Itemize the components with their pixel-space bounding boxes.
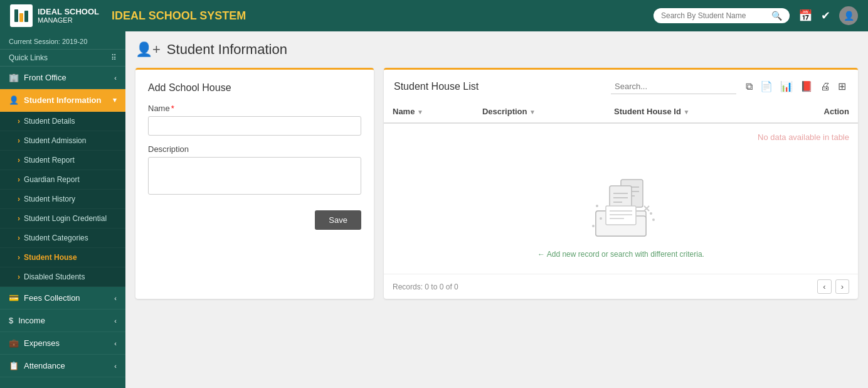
sidebar-item-label: Fees Collection — [24, 293, 80, 303]
main-layout: Current Session: 2019-20 Quick Links ⠿ 🏢… — [0, 31, 868, 388]
empty-state-cell: ← Add new record or search with differen… — [384, 151, 858, 274]
list-card-header: Student House List ⧉ 📄 📊 📕 🖨 ⊞ — [384, 70, 858, 100]
sidebar-item-income[interactable]: $ Income ‹ — [0, 310, 125, 332]
sidebar-item-label: Attendance — [24, 361, 65, 370]
front-office-icon: 🏢 — [9, 73, 19, 82]
disabled-students-label: Disabled Students — [24, 272, 85, 281]
empty-illustration — [583, 168, 659, 244]
sidebar-item-guardian-report[interactable]: Guardian Report — [0, 170, 125, 190]
content-row: Add School House Name* Description Save — [135, 68, 858, 299]
sidebar-item-student-information[interactable]: 👤 Student Information ▾ — [0, 89, 125, 112]
col-description[interactable]: Description ▼ — [474, 100, 605, 123]
sidebar-item-label: Front Office — [24, 73, 66, 82]
sidebar-item-disabled-students[interactable]: Disabled Students — [0, 267, 125, 287]
svg-point-15 — [652, 218, 655, 221]
avatar[interactable]: 👤 — [839, 6, 858, 25]
sidebar-item-label: Expenses — [24, 338, 60, 348]
student-info-submenu: Student Details Student Admission Studen… — [0, 112, 125, 287]
topnav-right: 🔍 📅 ✔ 👤 — [654, 6, 858, 25]
expenses-icon: 💼 — [9, 338, 19, 348]
sidebar-item-student-history[interactable]: Student History — [0, 190, 125, 209]
sidebar: Current Session: 2019-20 Quick Links ⠿ 🏢… — [0, 31, 125, 388]
income-icon: $ — [9, 316, 13, 325]
student-info-arrow: ▾ — [113, 96, 117, 104]
empty-state: ← Add new record or search with differen… — [393, 156, 849, 269]
prev-page-button[interactable]: ‹ — [817, 279, 831, 294]
student-details-label: Student Details — [24, 117, 75, 126]
income-arrow: ‹ — [114, 317, 117, 325]
page-header: 👤+ Student Information — [135, 41, 858, 58]
student-house-list-card: Student House List ⧉ 📄 📊 📕 🖨 ⊞ — [384, 68, 858, 299]
logo-box — [10, 4, 33, 27]
col-house-id[interactable]: Student House Id ▼ — [605, 100, 778, 123]
sidebar-item-fees-collection[interactable]: 💳 Fees Collection ‹ — [0, 287, 125, 310]
page-title: Student Information — [167, 41, 287, 58]
session-label: Current Session: 2019-20 — [0, 31, 125, 50]
col-action: Action — [778, 100, 858, 123]
pdf-button[interactable]: 📕 — [798, 78, 815, 94]
sidebar-item-student-house[interactable]: Student House — [0, 248, 125, 267]
list-card-title: Student House List — [394, 81, 479, 92]
print-button[interactable]: 🖨 — [818, 79, 832, 94]
expenses-arrow: ‹ — [114, 340, 117, 347]
name-input[interactable] — [148, 116, 361, 136]
csv-button[interactable]: 📄 — [758, 78, 775, 94]
col-name[interactable]: Name ▼ — [384, 100, 474, 123]
search-input[interactable] — [661, 11, 768, 20]
sidebar-item-student-categories[interactable]: Student Categories — [0, 229, 125, 248]
copy-button[interactable]: ⧉ — [744, 79, 754, 94]
excel-button[interactable]: 📊 — [778, 78, 795, 94]
checklist-icon[interactable]: ✔ — [821, 9, 830, 23]
sidebar-item-label: Student Information — [24, 95, 102, 105]
quick-links-row: Quick Links ⠿ — [0, 50, 125, 67]
grid-icon[interactable]: ⠿ — [111, 53, 117, 62]
svg-point-14 — [650, 212, 652, 215]
page-header-icon: 👤+ — [135, 41, 161, 58]
sidebar-item-student-login[interactable]: Student Login Credential — [0, 209, 125, 229]
student-admission-label: Student Admission — [24, 136, 86, 145]
quick-links-label: Quick Links — [9, 53, 48, 62]
student-house-label: Student House — [24, 253, 77, 262]
add-school-house-card: Add School House Name* Description Save — [135, 68, 374, 299]
svg-point-13 — [600, 217, 602, 220]
no-data-text: No data available in table — [384, 123, 858, 151]
name-field-group: Name* — [148, 104, 361, 136]
search-button[interactable]: 🔍 — [771, 11, 782, 21]
attendance-icon: 📋 — [9, 361, 19, 370]
app-title: IDEAL SCHOOL SYSTEM — [112, 9, 654, 23]
student-info-icon: 👤 — [9, 95, 19, 105]
list-footer: Records: 0 to 0 of 0 ‹ › — [384, 274, 858, 299]
add-form-title: Add School House — [148, 82, 361, 94]
sidebar-item-attendance[interactable]: 📋 Attendance ‹ — [0, 355, 125, 377]
fees-arrow: ‹ — [114, 294, 117, 302]
pagination: ‹ › — [817, 279, 849, 294]
fees-icon: 💳 — [9, 293, 19, 303]
columns-button[interactable]: ⊞ — [836, 78, 848, 94]
empty-hint: ← Add new record or search with differen… — [537, 250, 704, 259]
sidebar-item-label: Income — [18, 316, 45, 325]
empty-state-row: ← Add new record or search with differen… — [384, 151, 858, 274]
student-categories-label: Student Categories — [24, 234, 88, 242]
front-office-arrow: ‹ — [114, 74, 117, 82]
student-login-label: Student Login Credential — [24, 214, 107, 223]
next-page-button[interactable]: › — [835, 279, 849, 294]
sidebar-item-front-office[interactable]: 🏢 Front Office ‹ — [0, 67, 125, 89]
sidebar-item-student-report[interactable]: Student Report — [0, 151, 125, 170]
calendar-icon[interactable]: 📅 — [798, 9, 812, 23]
list-search-input[interactable] — [611, 79, 736, 94]
app-logo: IDEAL SCHOOL MANAGER — [10, 4, 99, 27]
search-box[interactable]: 🔍 — [654, 8, 790, 23]
description-input[interactable] — [148, 157, 361, 195]
sidebar-item-student-details[interactable]: Student Details — [0, 112, 125, 131]
sidebar-item-expenses[interactable]: 💼 Expenses ‹ — [0, 332, 125, 355]
description-field-group: Description — [148, 144, 361, 197]
records-count: Records: 0 to 0 of 0 — [393, 283, 458, 291]
description-label: Description — [148, 144, 361, 154]
sidebar-item-student-admission[interactable]: Student Admission — [0, 131, 125, 151]
save-button[interactable]: Save — [315, 210, 361, 230]
student-history-label: Student History — [24, 195, 75, 203]
svg-point-16 — [592, 225, 595, 227]
list-actions: ⧉ 📄 📊 📕 🖨 ⊞ — [744, 78, 848, 94]
name-label: Name* — [148, 104, 361, 113]
attendance-arrow: ‹ — [114, 362, 117, 370]
